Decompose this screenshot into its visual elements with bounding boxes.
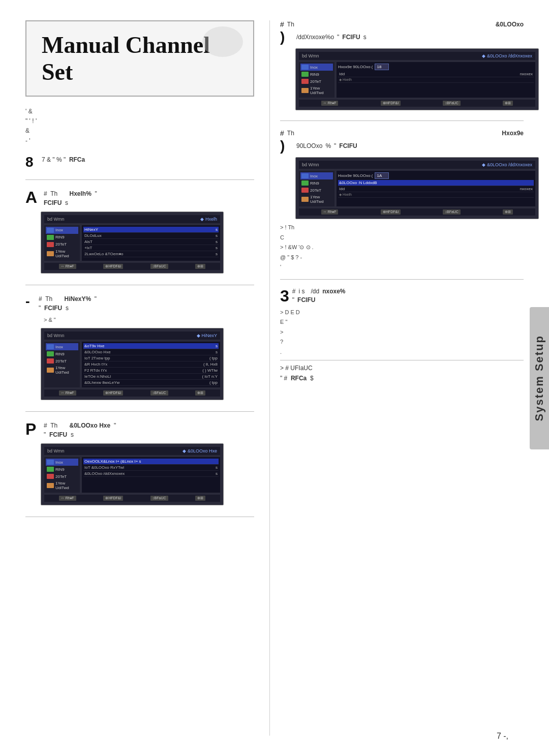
intro-line3: & (25, 126, 254, 136)
sidebar-item-20tet-a: 20TeT (46, 241, 78, 248)
screen-a-main: HiNexYs DLOdLuxs AlsTs +lxTs (82, 225, 220, 261)
menu-item-hinexY: HiNexYs (83, 227, 219, 233)
right-mid-note3: > ! &W '⊙ ⊙ . (280, 243, 524, 252)
section-dash-header: - # Th HiNexY% " " FCIFU s (25, 294, 254, 313)
section-p: P # Th &0LOOxo Hxe " " FCIFU s (25, 421, 254, 517)
step-3-title: # i s /dd nxoxe% " FCIFU (292, 288, 346, 305)
sidebar-rm-inox: Inox (300, 172, 333, 179)
screen-dash: bd Wmn ◆ HiNexY Inox (41, 328, 224, 400)
side-tab-label: System Setup (533, 335, 546, 421)
screen-rt-sidebar: Inox RlN9 20TeT (299, 62, 334, 98)
channel-row-rt: Hxox9e 90LOOxo ( (338, 64, 534, 70)
step3-divider (280, 360, 524, 360)
right-top-th: Th (287, 21, 294, 28)
screen-rm-title-right: ◆ &0LOOxo /ddXnxoxex (482, 162, 532, 167)
step3-uflac-row: > # UFIaUC (280, 365, 524, 372)
right-top-desc1: /ddXnxoxe%o (296, 34, 334, 41)
section-8: 8 7 & " % " RFCa (25, 155, 254, 180)
menu-item-lxt: +lxTs (83, 245, 219, 251)
right-top-section: # Th &0LOOxo ) /ddXnxoxe%o " FCIFU s (280, 20, 524, 121)
sidebar-dash-1yew: 1Yew UdiTwd (46, 365, 78, 376)
right-column: # Th &0LOOxo ) /ddXnxoxe%o " FCIFU s (269, 20, 524, 736)
sidebar-rt-rln9: RlN9 (300, 71, 333, 78)
sidebar-icon-inox-a (47, 228, 54, 233)
section-p-title: # Th &0LOOxo Hxe " " FCIFU s (44, 421, 254, 439)
right-mid-note1: > ! Th (280, 223, 524, 232)
menu-rm-health: ◈ Hxelh (338, 192, 534, 198)
section-8-header: 8 7 & " % " RFCa (25, 155, 254, 169)
right-mid-header: # Th Hxox9e (280, 129, 524, 137)
screen-dash-title-bar: bd Wmn ◆ HiNexY (44, 331, 220, 340)
right-top-hash: # (280, 20, 284, 28)
right-top-fcifu: FCIFU (342, 34, 360, 41)
screen-p-title-right: ◆ &0LOOxo Hxe (182, 448, 217, 453)
channel-input-rm[interactable] (375, 172, 389, 179)
screen-dash-main: &oT9v Hxes &0LOOxo Hxes IoT 2Txew tpp( t… (82, 342, 220, 387)
screen-a-title-bar: bd Wmn ◆ Hxelh (44, 215, 220, 223)
right-mid-sym-row: ) 90LOOxo % " FCIFU (280, 139, 524, 153)
sidebar-rm-rln9: RlN9 (300, 179, 333, 187)
screen-p-footer: ↔ Rh♦F ⊕HFDF&I ↕BFaUC ⊕⊞ (44, 495, 220, 502)
right-top-header: # Th &0LOOxo (280, 20, 524, 28)
step3-note2: E " (280, 318, 524, 326)
screen-p-sidebar: Inox RlN9 20TeT (44, 457, 80, 493)
menu-p-3: &0LOOxo /ddXxnoxexs (83, 471, 219, 477)
section-p-header: P # Th &0LOOxo Hxe " " FCIFU s (25, 421, 254, 439)
sidebar-dash-inox: Inox (46, 343, 78, 350)
intro-block: ' & " ' ! ' & - ' (25, 107, 254, 146)
screen-rt-main: Hxox9e 90LOOxo ( Iddnxoxex ◈ Hxelh (337, 62, 535, 98)
menu-dash-2: &0LOOxo Hxes (83, 349, 219, 355)
sidebar-rt-20tet: 20TeT (300, 78, 333, 85)
sidebar-rm-20tet: 20TeT (300, 187, 333, 194)
screen-rm-main: Hxox9e 90LOOxo ( &0LOOxo :N LddxdB Iddnx… (337, 171, 535, 206)
screen-dash-footer: ↔ Rh♦F ⊕HFDF&I ↕BFaUC ⊕⊞ (44, 389, 220, 397)
menu-item-alst: AlsTs (83, 239, 219, 245)
screen-rt-wrap: bd Wmn ◆ &0LOOxo /ddXnxoxex Inox (280, 48, 524, 110)
sidebar-rt-1yew: 1Yew UdiTwd (300, 85, 333, 96)
screen-p-title-bar: bd Wmn ◆ &0LOOxo Hxe (44, 447, 220, 455)
sidebar-icon-rln9-a (47, 235, 54, 240)
menu-item-2lwx: 2LwxOeLo &TOem♦os (83, 251, 219, 257)
screen-rt-title-right: ◆ &0LOOxo /ddXnxoxex (482, 53, 532, 58)
right-top-s: s (363, 34, 367, 41)
sidebar-item-inox-a: Inox (46, 227, 78, 234)
right-mid-quote: " (334, 142, 336, 149)
left-column: Manual Channel Set ' & " ' ! ' & - ' 8 7… (25, 20, 269, 736)
section-dash-symbol: - (25, 294, 36, 308)
menu-dash-3: IoT 2Txew tpp( tpp (83, 355, 219, 361)
step-3-section: 3 # i s /dd nxoxe% " FCIFU (280, 288, 524, 382)
screen-dash-title-right: ◆ HiNexY (197, 333, 217, 338)
sidebar-rm-1yew: 1Yew UdiTwd (300, 194, 333, 205)
right-mid-note4: @ " $ ? - (280, 253, 524, 262)
sidebar-p-20tet: 20TeT (46, 473, 78, 480)
menu-p-2: IoT &0LOOxo RxYTwls (83, 465, 219, 471)
step-3-header: 3 # i s /dd nxoxe% " FCIFU (280, 288, 524, 305)
screen-rm-title-left: bd Wmn (302, 162, 319, 167)
screen-a-sidebar: Inox RlN9 20TeT (44, 225, 80, 261)
screen-rm-wrap: bd Wmn ◆ &0LOOxo /ddXnxoxex Inox (280, 157, 524, 219)
screen-dash-title-left: bd Wmn (47, 333, 65, 338)
channel-row-rm: Hxox9e 90LOOxo ( (338, 172, 534, 179)
sidebar-rt-inox: Inox (300, 64, 333, 71)
screen-rm-title-bar: bd Wmn ◆ &0LOOxo /ddXnxoxex (299, 161, 535, 169)
screen-a-title-right: ◆ Hxelh (200, 217, 217, 222)
right-top-sym: ) (280, 30, 293, 44)
sidebar-p-inox: Inox (46, 459, 78, 466)
sidebar-dash-rln9: RlN9 (46, 350, 78, 357)
screen-p-wrap: bd Wmn ◆ &0LOOxo Hxe Inox (25, 443, 254, 505)
screen-rm-footer: ↔ Rh♦F ⊕HFDF&I ↕BFaUC ⊕⊞ (299, 208, 535, 216)
menu-dash-4: &R Hvch tYx( 8, Hx8 (83, 361, 219, 368)
step3-rfca-row: " # RFCa $ (280, 375, 524, 382)
screen-rt-content: Inox RlN9 20TeT (299, 62, 535, 98)
sidebar-p-rln9: RlN9 (46, 466, 78, 473)
section-8-number: 8 (25, 155, 39, 169)
section-dash-title: # Th HiNexY% " " FCIFU s (39, 294, 254, 313)
section-8-desc: 7 & " % " RFCa (42, 155, 254, 164)
channel-input-rt[interactable] (375, 64, 389, 70)
screen-rt: bd Wmn ◆ &0LOOxo /ddXnxoxex Inox (295, 48, 539, 110)
menu-dash-7: &0Lhexw 8wxLeYw( tpp (83, 380, 219, 386)
right-mid-fcifu: FCIFU (339, 142, 357, 149)
screen-dash-sidebar: Inox RlN9 20TeT (44, 342, 80, 387)
screen-rm: bd Wmn ◆ &0LOOxo /ddXnxoxex Inox (295, 157, 539, 219)
intro-line4: - ' (25, 136, 254, 146)
